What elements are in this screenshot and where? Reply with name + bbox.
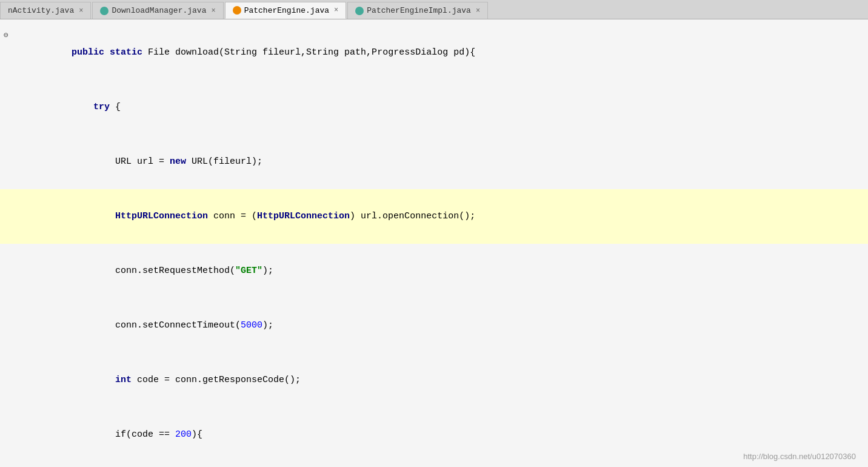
code-content: URL url = new URL(fileurl); bbox=[17, 135, 262, 189]
code-line: if(code == 200){ bbox=[0, 408, 868, 462]
tab-label: PatcherEngine.java bbox=[244, 6, 329, 15]
tab-patcherengine[interactable]: PatcherEngine.java × bbox=[225, 2, 347, 19]
code-content: conn.setConnectTimeout(5000); bbox=[17, 298, 273, 353]
tab-patcherengineimpl[interactable]: PatcherEngineImpl.java × bbox=[347, 2, 488, 19]
code-line: URL url = new URL(fileurl); bbox=[0, 135, 868, 189]
code-content: public static File download(String fileu… bbox=[17, 25, 475, 80]
code-line: public static File download(String fileu… bbox=[0, 25, 868, 80]
code-line-highlighted: HttpURLConnection conn = (HttpURLConnect… bbox=[0, 189, 868, 244]
code-area: ⊖ public static File download(String fil… bbox=[0, 19, 868, 467]
close-icon[interactable]: × bbox=[79, 7, 83, 15]
code-content: if(code == 200){ bbox=[17, 408, 202, 462]
tab-icon bbox=[233, 6, 241, 15]
tab-bar: nActivity.java × DownloadManager.java × … bbox=[0, 0, 868, 19]
code-content: HttpURLConnection conn = (HttpURLConnect… bbox=[17, 189, 475, 244]
tab-label: DownloadManager.java bbox=[112, 6, 206, 15]
code-line: try { bbox=[0, 80, 868, 135]
tab-icon bbox=[100, 7, 109, 15]
code-content: int max = conn.getContentLength(); bbox=[17, 462, 322, 467]
code-content: conn.setRequestMethod("GET"); bbox=[17, 244, 273, 298]
tab-downloadmanager[interactable]: DownloadManager.java × bbox=[92, 2, 223, 19]
code-content: int code = conn.getResponseCode(); bbox=[17, 353, 301, 408]
tab-nActivity[interactable]: nActivity.java × bbox=[0, 2, 91, 19]
tab-label: nActivity.java bbox=[8, 6, 74, 15]
close-icon[interactable]: × bbox=[211, 7, 215, 15]
close-icon[interactable]: × bbox=[334, 6, 338, 15]
code-content: try { bbox=[17, 80, 121, 135]
tab-label: PatcherEngineImpl.java bbox=[367, 6, 471, 15]
code-line: int code = conn.getResponseCode(); bbox=[0, 353, 868, 408]
code-line: conn.setConnectTimeout(5000); bbox=[0, 298, 868, 353]
code-line: conn.setRequestMethod("GET"); bbox=[0, 244, 868, 298]
code-line: int max = conn.getContentLength(); bbox=[0, 462, 868, 467]
tab-icon bbox=[355, 7, 364, 15]
watermark: http://blog.csdn.net/u012070360 bbox=[743, 452, 856, 461]
close-icon[interactable]: × bbox=[476, 7, 480, 15]
